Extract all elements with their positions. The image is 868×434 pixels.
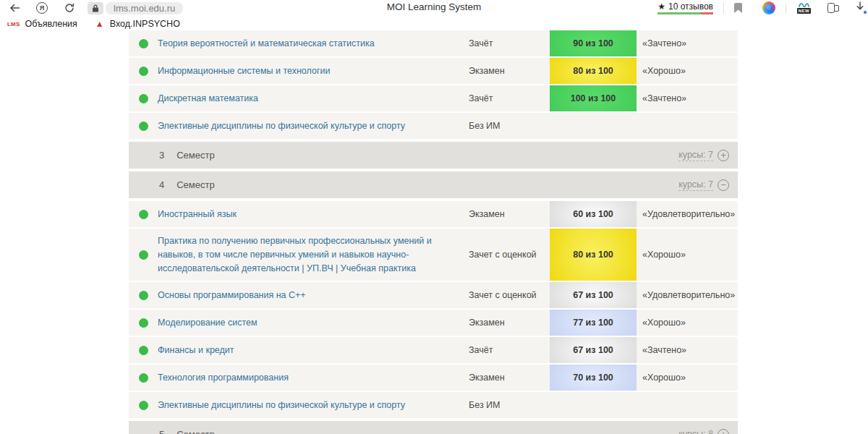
grades-table: Теория вероятностей и математическая ста… bbox=[129, 30, 738, 434]
status-cell bbox=[129, 337, 158, 363]
status-dot-icon bbox=[139, 122, 148, 131]
semester-number: 5 bbox=[159, 429, 164, 434]
new-badge: NEW bbox=[797, 8, 812, 14]
downloads-button[interactable] bbox=[855, 1, 867, 14]
course-row: Элективные дисциплины по физической куль… bbox=[129, 392, 738, 418]
address-bar[interactable]: lms.moi.edu.ru bbox=[106, 2, 183, 14]
score-badge: 67 из 100 bbox=[550, 282, 637, 308]
grade-text: «Зачтено» bbox=[637, 30, 738, 56]
status-cell bbox=[129, 30, 158, 56]
refresh-icon bbox=[64, 3, 75, 13]
course-row: Иностранный язык Экзамен 60 из 100 «Удов… bbox=[129, 201, 738, 227]
status-dot-icon bbox=[139, 210, 148, 219]
course-link[interactable]: Моделирование систем bbox=[158, 316, 258, 330]
expand-toggle-icon[interactable]: − bbox=[718, 179, 729, 191]
grade-text: «Удовлетворительно» bbox=[637, 201, 738, 227]
exam-type: Зачёт bbox=[469, 30, 550, 56]
back-button[interactable] bbox=[7, 1, 22, 15]
course-link[interactable]: Информационные системы и технологии bbox=[158, 64, 330, 78]
toolbar-divider-2 bbox=[786, 3, 786, 14]
star-icon: ★ bbox=[658, 2, 665, 11]
grade-text bbox=[637, 392, 738, 418]
grade-text: «Зачтено» bbox=[637, 85, 738, 111]
page-title: MOI Learning System bbox=[387, 1, 482, 12]
course-row: Практика по получению первичных професси… bbox=[129, 229, 738, 281]
status-cell bbox=[129, 58, 158, 84]
expand-toggle-icon[interactable]: + bbox=[718, 429, 729, 434]
score-badge: 80 из 100 bbox=[550, 229, 637, 281]
score-badge bbox=[550, 392, 637, 418]
grade-text: «Хорошо» bbox=[637, 229, 738, 281]
courses-count-link[interactable]: курсы: 7 bbox=[678, 150, 713, 161]
course-link[interactable]: Финансы и кредит bbox=[158, 344, 234, 357]
exam-type: Без ИМ bbox=[469, 113, 550, 139]
url-text: lms.moi.edu.ru bbox=[114, 3, 175, 14]
course-row: Технология программирования Экзамен 70 и… bbox=[129, 365, 738, 391]
bookmarks-bar: LMS Объявления ▲ Вход.INPSYCHO bbox=[0, 16, 868, 32]
lock-icon bbox=[92, 4, 99, 12]
status-dot-icon bbox=[139, 291, 148, 300]
semester-row: 3 Семестр курсы: 7 + bbox=[129, 142, 738, 169]
course-row: Финансы и кредит Зачёт 67 из 100 «Зачтен… bbox=[129, 337, 738, 363]
course-link[interactable]: Иностранный язык bbox=[158, 208, 237, 221]
course-link[interactable]: Элективные дисциплины по физической куль… bbox=[158, 399, 405, 412]
score-badge: 60 из 100 bbox=[550, 201, 637, 227]
bookmark-flag-icon[interactable] bbox=[734, 3, 742, 13]
course-row: Дискретная математика Зачёт 100 из 100 «… bbox=[129, 85, 738, 111]
refresh-button[interactable] bbox=[62, 1, 77, 15]
status-dot-icon bbox=[139, 401, 148, 410]
semester-courses-toggle[interactable]: курсы: 7 + bbox=[678, 150, 729, 161]
course-link[interactable]: Теория вероятностей и математическая ста… bbox=[158, 37, 375, 51]
status-cell bbox=[129, 113, 158, 139]
score-badge: 100 из 100 bbox=[550, 85, 637, 111]
course-row: Элективные дисциплины по физической куль… bbox=[129, 113, 738, 139]
lms-favicon: LMS bbox=[7, 21, 20, 27]
semester-courses-toggle[interactable]: курсы: 7 − bbox=[678, 179, 729, 191]
exam-type: Зачёт bbox=[469, 85, 550, 111]
course-link[interactable]: Практика по получению первичных професси… bbox=[158, 234, 436, 275]
inpsycho-favicon: ▲ bbox=[95, 19, 105, 29]
rating-bar bbox=[658, 12, 713, 14]
exam-type: Экзамен bbox=[469, 201, 550, 227]
course-row: Информационные системы и технологии Экза… bbox=[129, 58, 738, 84]
bookmark-announcements[interactable]: LMS Объявления bbox=[7, 19, 77, 29]
course-row: Моделирование систем Экзамен 77 из 100 «… bbox=[129, 310, 738, 336]
courses-count-link[interactable]: курсы: 7 bbox=[678, 179, 713, 191]
toolbar-divider bbox=[723, 3, 724, 14]
ssl-lock-chip[interactable] bbox=[88, 2, 103, 14]
semester-row: 5 Семестр курсы: 8 + bbox=[129, 421, 738, 434]
exam-type: Зачет с оценкой bbox=[469, 282, 550, 308]
exam-type: Зачёт bbox=[469, 337, 550, 363]
yandex-profile-icon[interactable]: Я bbox=[36, 2, 48, 14]
exam-type: Без ИМ bbox=[469, 392, 550, 418]
score-badge: 80 из 100 bbox=[550, 58, 637, 84]
exam-type: Экзамен bbox=[469, 365, 550, 391]
bookmark-inpsycho-login[interactable]: ▲ Вход.INPSYCHO bbox=[95, 19, 180, 29]
expand-toggle-icon[interactable]: + bbox=[718, 150, 729, 161]
site-rating[interactable]: ★ 10 отзывов bbox=[658, 1, 713, 14]
score-badge: 90 из 100 bbox=[550, 30, 637, 56]
grade-text: «Хорошо» bbox=[637, 58, 738, 84]
status-cell bbox=[129, 85, 158, 111]
new-extension-icon[interactable]: NEW bbox=[796, 1, 812, 15]
orb-core bbox=[765, 4, 773, 12]
course-link[interactable]: Элективные дисциплины по физической куль… bbox=[158, 119, 405, 133]
exam-type: Экзамен bbox=[469, 58, 550, 84]
status-cell bbox=[129, 365, 158, 391]
course-row: Основы программирования на C++ Зачет с о… bbox=[129, 282, 738, 308]
status-cell bbox=[129, 229, 158, 281]
semester-label: Семестр bbox=[176, 179, 214, 190]
course-link[interactable]: Дискретная математика bbox=[158, 92, 258, 106]
semester-row: 4 Семестр курсы: 7 − bbox=[129, 171, 738, 198]
side-panel-icon[interactable] bbox=[827, 3, 839, 14]
course-link[interactable]: Технология программирования bbox=[158, 371, 289, 385]
course-link[interactable]: Основы программирования на C++ bbox=[158, 289, 306, 302]
grade-text: «Хорошо» bbox=[637, 310, 738, 336]
extension-orb-icon[interactable] bbox=[762, 1, 775, 14]
score-badge: 70 из 100 bbox=[550, 365, 637, 391]
back-arrow-icon bbox=[9, 3, 20, 13]
semester-courses-toggle[interactable]: курсы: 8 + bbox=[678, 429, 729, 434]
status-cell bbox=[129, 201, 158, 227]
courses-count-link[interactable]: курсы: 8 bbox=[678, 429, 713, 434]
status-cell bbox=[129, 310, 158, 336]
